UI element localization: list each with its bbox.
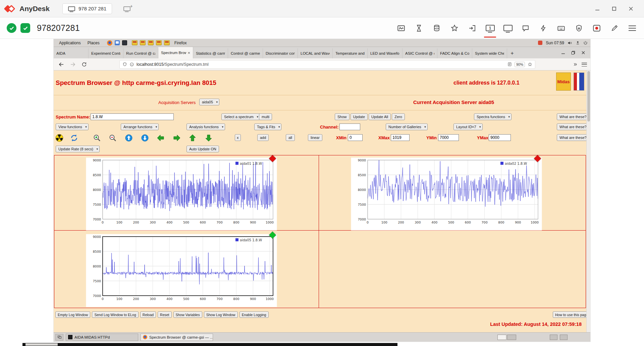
window-close-button[interactable] bbox=[623, 2, 639, 15]
pan-up-button[interactable] bbox=[188, 134, 197, 142]
url-bar[interactable]: localhost:8015/Spectrum/Spectrum.tml 90% bbox=[119, 60, 535, 69]
firefox-tab[interactable]: Control @ carme bbox=[228, 48, 263, 58]
bookmark-star-icon[interactable] bbox=[528, 62, 532, 67]
page-scrollbar[interactable] bbox=[586, 70, 590, 332]
firefox-tab[interactable]: LED and Wavefor bbox=[368, 48, 402, 58]
tracking-protection-shield-icon[interactable] bbox=[122, 62, 127, 67]
notification-icon[interactable] bbox=[538, 41, 542, 45]
channel-input[interactable] bbox=[339, 123, 360, 130]
taskbar-item[interactable]: Spectrum Browser @ carme-gsi — ... bbox=[141, 334, 213, 341]
firefox-launcher-icon[interactable] bbox=[107, 40, 112, 46]
firefox-menu-icon[interactable] bbox=[582, 62, 587, 66]
firefox-tab[interactable]: Spectrum Brow bbox=[158, 47, 193, 58]
action-button[interactable]: Update bbox=[351, 113, 368, 120]
permissions-icon[interactable] bbox=[574, 23, 584, 33]
terminal-launcher-icon[interactable] bbox=[122, 40, 127, 45]
forward-button[interactable] bbox=[68, 60, 77, 69]
firefox-tab[interactable]: FADC Align & Co bbox=[437, 48, 472, 58]
radioactive-source-button[interactable] bbox=[55, 134, 64, 142]
monitor-1-icon[interactable]: 1 bbox=[485, 23, 495, 33]
log-button[interactable]: Show Variables bbox=[173, 311, 202, 318]
shift-up-button[interactable] bbox=[124, 134, 133, 142]
session-tab[interactable]: 978 207 281 bbox=[62, 3, 112, 14]
what-are-these-button[interactable]: What are these? bbox=[557, 123, 586, 130]
galleries-dropdown[interactable]: Number of Galleries bbox=[386, 123, 428, 130]
how-to-use-button[interactable]: How to use this page bbox=[553, 311, 586, 318]
privacy-screen-icon[interactable] bbox=[396, 23, 406, 33]
tags-fits-dropdown[interactable]: Tags & Fits bbox=[254, 123, 281, 130]
firefox-tab[interactable]: Run Control @ ca bbox=[123, 48, 158, 58]
zoom-in-button[interactable] bbox=[93, 134, 101, 142]
session-time-icon[interactable] bbox=[414, 23, 424, 33]
site-info-icon[interactable] bbox=[129, 62, 134, 67]
spectra-functions-dropdown[interactable]: Spectra functions bbox=[474, 113, 512, 120]
xmax-input[interactable] bbox=[391, 134, 410, 141]
multi-button[interactable]: multi bbox=[259, 113, 272, 120]
firefox-tab[interactable]: LOCAL and Wave bbox=[298, 48, 333, 58]
spectrum-chart-aida01[interactable]: 7000750080008500900001002003004005006007… bbox=[86, 157, 277, 231]
acquisition-server-select[interactable]: aida05 bbox=[199, 99, 219, 105]
firefox-tab[interactable]: Temperature and bbox=[333, 48, 368, 58]
user-status-icon[interactable] bbox=[576, 41, 580, 45]
log-button[interactable]: Empty Log Window bbox=[55, 311, 90, 318]
update-rate-dropdown[interactable]: Update Rate (8 secs) bbox=[56, 146, 100, 152]
workspace-2[interactable] bbox=[507, 335, 516, 340]
spectrum-chart-aida02[interactable]: 7000750080008500900001002003004005006007… bbox=[351, 157, 542, 231]
applications-menu[interactable]: Applications bbox=[56, 41, 84, 45]
zoom-out-button[interactable] bbox=[108, 134, 117, 142]
firefox-restore-button[interactable] bbox=[568, 48, 578, 58]
pan-right-button[interactable] bbox=[172, 134, 181, 142]
pan-left-button[interactable] bbox=[156, 134, 165, 142]
linear-button[interactable]: linear bbox=[308, 134, 322, 141]
mini-window-icon[interactable] bbox=[164, 40, 170, 45]
whiteboard-icon[interactable] bbox=[609, 23, 620, 33]
add-button[interactable]: add bbox=[257, 134, 269, 141]
mini-window-icon[interactable] bbox=[148, 40, 154, 45]
log-button[interactable]: Send Log Window to ELog bbox=[92, 311, 138, 318]
tray-box[interactable] bbox=[550, 335, 557, 340]
new-tab-button[interactable]: + bbox=[507, 48, 517, 58]
xmin-input[interactable] bbox=[348, 134, 363, 141]
select-spectrum-dropdown[interactable]: Select a spectrum bbox=[221, 113, 260, 120]
mini-window-icon[interactable] bbox=[140, 40, 146, 45]
firefox-tab[interactable]: Experiment Contr bbox=[89, 48, 123, 58]
firefox-close-button[interactable] bbox=[578, 48, 588, 58]
ymin-input[interactable] bbox=[438, 134, 459, 141]
tray-box[interactable] bbox=[560, 335, 568, 340]
actions-lightning-icon[interactable] bbox=[538, 23, 548, 33]
power-icon[interactable] bbox=[583, 41, 588, 45]
taskbar-item[interactable]: AIDA MIDAS HTTPd bbox=[66, 334, 138, 341]
volume-icon[interactable] bbox=[568, 41, 572, 45]
monitor-2-icon[interactable] bbox=[503, 23, 513, 33]
chat-icon[interactable] bbox=[521, 23, 531, 33]
keyboard-settings-icon[interactable] bbox=[556, 23, 566, 33]
zoom-level-chip[interactable]: 90% bbox=[515, 62, 525, 67]
x-button[interactable]: x bbox=[235, 134, 241, 141]
what-are-these-button[interactable]: What are these? bbox=[557, 134, 586, 141]
reader-mode-icon[interactable] bbox=[507, 62, 512, 66]
shift-down-button[interactable] bbox=[141, 134, 149, 142]
new-session-button[interactable]: + bbox=[120, 3, 133, 14]
back-button[interactable] bbox=[57, 60, 66, 69]
all-button[interactable]: all bbox=[286, 134, 295, 141]
window-list-button[interactable] bbox=[55, 334, 63, 341]
view-functions-dropdown[interactable]: View functions bbox=[56, 123, 89, 130]
firefox-tab[interactable]: ASIC Control @ c bbox=[402, 48, 437, 58]
action-button[interactable]: Show bbox=[335, 113, 350, 120]
auto-update-button[interactable]: Auto Update ON bbox=[186, 146, 219, 152]
overflow-chevron-icon[interactable] bbox=[573, 62, 578, 67]
ymax-input[interactable] bbox=[489, 134, 511, 141]
menu-icon[interactable] bbox=[627, 23, 637, 33]
log-button[interactable]: Reload bbox=[140, 311, 156, 318]
panel-clock[interactable]: Sun 07:59 bbox=[546, 41, 564, 45]
log-button[interactable]: Reset bbox=[158, 311, 171, 318]
file-transfer-icon[interactable] bbox=[432, 23, 442, 33]
scrollbar-thumb[interactable] bbox=[587, 71, 590, 121]
firefox-tab[interactable]: System wide Che bbox=[472, 48, 507, 58]
window-minimize-button[interactable] bbox=[589, 2, 606, 15]
log-button[interactable]: Show Log Window bbox=[204, 311, 238, 318]
reload-button[interactable] bbox=[80, 60, 89, 69]
action-button[interactable]: Update All bbox=[369, 113, 391, 120]
files-launcher-icon[interactable] bbox=[115, 40, 120, 45]
pan-down-button[interactable] bbox=[204, 134, 213, 142]
